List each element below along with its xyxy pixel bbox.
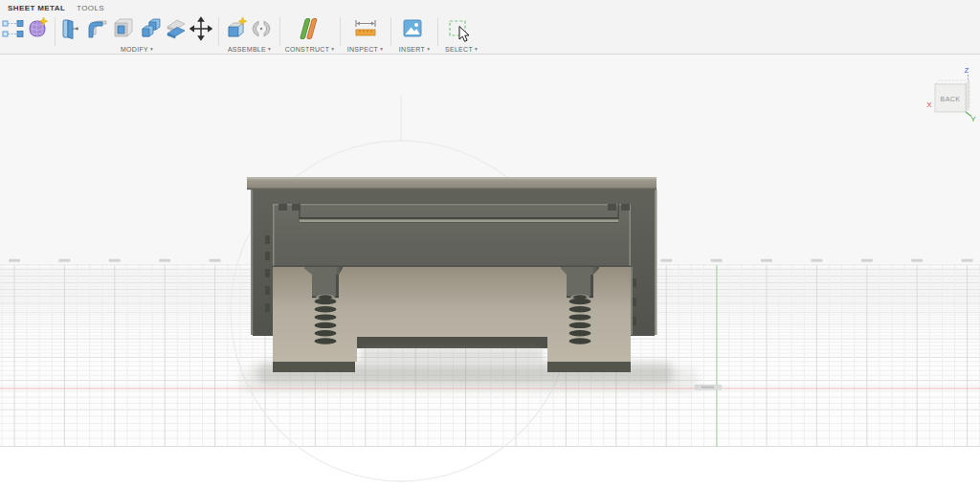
toolbar-group-construct: CONSTRUCT▾: [281, 14, 338, 55]
move-icon: [189, 16, 212, 41]
combine-button[interactable]: [140, 16, 163, 41]
select-box-icon: [446, 16, 469, 41]
viewcube-y-label[interactable]: Y: [970, 115, 976, 123]
toolbar-divider: [218, 17, 219, 46]
inspect-label: INSPECT: [347, 46, 378, 53]
model-inner-wall: [273, 204, 631, 267]
y-axis-line: [717, 265, 718, 447]
tab-tools[interactable]: TOOLS: [77, 4, 104, 12]
insert-image-icon: [401, 16, 424, 41]
viewcube[interactable]: Z BACK X Y: [926, 66, 976, 123]
toolbar-divider: [390, 17, 391, 46]
create-form-button[interactable]: [27, 16, 50, 41]
tab-sheet-metal[interactable]: SHEET METAL: [8, 4, 65, 12]
new-component-button[interactable]: [226, 16, 249, 41]
fusion-sheet-metal-workspace: SHEET METAL TOOLS: [0, 0, 980, 488]
model-canvas[interactable]: Z BACK X Y: [0, 55, 980, 488]
press-pull-button[interactable]: [59, 16, 82, 41]
fillet-button[interactable]: [85, 16, 108, 41]
move-button[interactable]: [189, 16, 212, 41]
toolbar-divider: [340, 17, 341, 46]
construct-dropdown[interactable]: CONSTRUCT▾: [281, 46, 338, 53]
joint-button[interactable]: [250, 16, 273, 41]
chevron-down-icon: ▾: [380, 46, 383, 52]
chevron-down-icon: ▾: [268, 46, 271, 52]
modify-dropdown[interactable]: MODIFY▾: [57, 46, 216, 53]
flat-pattern-button[interactable]: [2, 16, 25, 41]
toolbar-group-insert: INSERT▾: [392, 14, 436, 55]
measure-button[interactable]: [352, 16, 379, 41]
toolbar-tab-row: SHEET METAL TOOLS: [0, 0, 980, 14]
flat-pattern-icon: [2, 16, 25, 41]
construction-plane-icon: [295, 16, 322, 41]
toolbar-group-create: [0, 14, 54, 55]
create-form-icon: [27, 16, 50, 41]
modify-label: MODIFY: [121, 46, 148, 53]
toolbar-divider: [437, 17, 438, 46]
construct-label: CONSTRUCT: [285, 46, 330, 53]
combine-icon: [140, 16, 163, 41]
inspect-dropdown[interactable]: INSPECT▾: [342, 46, 389, 53]
toolbar-divider: [279, 17, 280, 46]
model-right-foot: [547, 362, 631, 372]
toolbar-group-modify: MODIFY▾: [57, 14, 216, 55]
chevron-down-icon: ▾: [150, 46, 153, 52]
model-interior: [357, 336, 547, 348]
shell-icon: [112, 16, 135, 41]
measure-icon: [352, 16, 379, 41]
viewcube-z-label[interactable]: Z: [965, 66, 969, 75]
scene-svg: Z BACK X Y: [0, 55, 980, 488]
new-component-icon: [226, 16, 249, 41]
chevron-down-icon: ▾: [475, 46, 478, 52]
select-button[interactable]: [446, 16, 469, 41]
shell-button[interactable]: [112, 16, 135, 41]
viewcube-face-label[interactable]: BACK: [940, 96, 960, 102]
toolbar-group-select: SELECT▾: [439, 14, 483, 55]
insert-image-button[interactable]: [401, 16, 424, 41]
fillet-icon: [85, 16, 108, 41]
toolbar-group-inspect: INSPECT▾: [342, 14, 389, 55]
offset-face-button[interactable]: [165, 16, 188, 41]
press-pull-icon: [59, 16, 82, 41]
toolbar-divider: [55, 17, 56, 46]
model-3d[interactable]: [247, 177, 657, 372]
insert-label: INSERT: [399, 46, 425, 53]
model-left-foot: [273, 362, 355, 372]
offset-face-icon: [165, 16, 188, 41]
select-label: SELECT: [445, 46, 473, 53]
model-top-cap: [247, 177, 657, 189]
construction-plane-button[interactable]: [295, 16, 322, 41]
toolbar: SHEET METAL TOOLS: [0, 0, 980, 55]
select-dropdown[interactable]: SELECT▾: [439, 46, 483, 53]
joint-icon: [250, 16, 273, 41]
assemble-label: ASSEMBLE: [228, 46, 266, 53]
viewcube-x-label[interactable]: X: [926, 100, 932, 109]
insert-dropdown[interactable]: INSERT▾: [392, 46, 436, 53]
chevron-down-icon: ▾: [331, 46, 334, 52]
origin-label: [695, 385, 722, 390]
toolbar-group-assemble: ASSEMBLE▾: [221, 14, 278, 55]
chevron-down-icon: ▾: [427, 46, 430, 52]
assemble-dropdown[interactable]: ASSEMBLE▾: [221, 46, 278, 53]
